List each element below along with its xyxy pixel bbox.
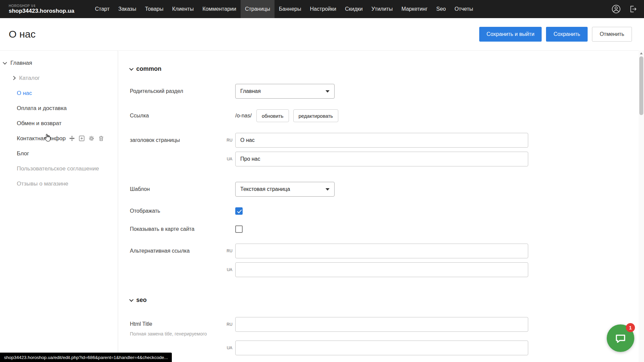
nav-item-start[interactable]: Старт (91, 0, 114, 18)
parent-section-select[interactable]: Главная (235, 84, 335, 99)
sidebar-item-oplata[interactable]: Оплата и доставка (0, 101, 118, 116)
section-title: common (136, 65, 161, 72)
nav-item-orders[interactable]: Заказы (114, 0, 140, 18)
form-row-link: Ссылка /o-nas/ обновить редактировать (130, 109, 639, 122)
sidebar-tree: Главная Каталог О нас Оплата и доставка … (0, 50, 118, 362)
chevron-down-icon (3, 60, 7, 65)
field-label: заголовок страницы (130, 137, 224, 143)
html-title-ua-input[interactable] (235, 341, 528, 355)
section-seo[interactable]: seo (130, 297, 639, 304)
logout-icon[interactable] (628, 4, 638, 14)
tree-label: О нас (17, 90, 32, 97)
main-content: common Родительский раздел Главная Ссылк… (118, 50, 639, 362)
select-value: Текстовая страница (240, 186, 290, 192)
chevron-down-icon (326, 90, 330, 93)
nav-item-reports[interactable]: Отчеты (450, 0, 477, 18)
link-path: /o-nas/ (235, 113, 252, 119)
brand-version: HOROSHOP V4 (9, 4, 91, 8)
sidebar-item-kontaktnaya[interactable]: Контактная инфор (0, 131, 118, 146)
alt-link-ua-input[interactable] (235, 262, 528, 277)
top-nav: Старт Заказы Товары Клиенты Комментарии … (91, 0, 478, 18)
tree-item-actions (69, 136, 104, 141)
sidebar-item-o-nas[interactable]: О нас (0, 86, 118, 101)
trash-icon[interactable] (98, 136, 104, 141)
chevron-down-icon (326, 188, 330, 191)
nav-item-discounts[interactable]: Скидки (341, 0, 367, 18)
section-common[interactable]: common (130, 65, 639, 72)
page-edit-form: common Родительский раздел Главная Ссылк… (118, 51, 639, 355)
chat-bubble-icon (614, 332, 627, 345)
edit-link-button[interactable]: редактировать (293, 109, 339, 122)
field-label: Html Title (130, 317, 224, 327)
lang-badge-ua: UA (224, 346, 235, 350)
lang-badge-ru: RU (224, 138, 235, 143)
sidebar-item-otzyvy[interactable]: Отзывы о магазине (0, 176, 118, 191)
tree-label: Обмен и возврат (17, 120, 61, 127)
brand[interactable]: HOROSHOP V4 shop34423.horoshop.ua (0, 0, 91, 18)
vertical-scrollbar[interactable] (639, 50, 644, 362)
tree-label: Отзывы о магазине (17, 180, 68, 187)
tree-label: Контактная инфор (17, 135, 66, 142)
header-buttons: Сохранить и выйти Сохранить Отменить (479, 27, 632, 42)
sidebar-item-glavnaya[interactable]: Главная (0, 55, 118, 70)
scroll-up-arrow-icon[interactable] (640, 52, 643, 54)
nav-item-clients[interactable]: Клиенты (168, 0, 198, 18)
gear-icon[interactable] (89, 136, 94, 141)
sidebar-item-polzovatelskoe[interactable]: Пользовательское соглашение (0, 161, 118, 176)
sidebar-item-obmen[interactable]: Обмен и возврат (0, 116, 118, 131)
field-label: Ссылка (130, 113, 235, 119)
form-row-html-title-ru: Html Title Полная замена title, генериру… (130, 317, 639, 337)
chat-unread-badge: 1 (626, 323, 635, 332)
nav-item-settings[interactable]: Настройки (305, 0, 340, 18)
form-row-template: Шаблон Текстовая страница (130, 182, 639, 197)
display-checkbox[interactable] (235, 207, 243, 215)
nav-item-banners[interactable]: Баннеры (275, 0, 305, 18)
chevron-down-icon (129, 298, 134, 302)
select-value: Главная (240, 88, 261, 94)
sidebar-item-blog[interactable]: Блог (0, 146, 118, 161)
tree-label: Блог (17, 150, 29, 157)
lang-badge-ru: RU (224, 249, 235, 253)
field-label: Шаблон (130, 186, 235, 192)
template-select[interactable]: Текстовая страница (235, 182, 335, 197)
user-icon[interactable] (611, 4, 621, 14)
refresh-link-button[interactable]: обновить (256, 109, 289, 122)
topbar-icons (611, 0, 644, 18)
topbar: HOROSHOP V4 shop34423.horoshop.ua Старт … (0, 0, 644, 18)
page-title-ru-input[interactable] (235, 133, 528, 148)
alt-link-ru-input[interactable] (235, 244, 528, 258)
nav-item-pages[interactable]: Страницы (241, 0, 275, 18)
lang-badge-ua: UA (224, 157, 235, 161)
field-label: Отображать (130, 208, 235, 214)
tree-label: Главная (10, 60, 32, 66)
lang-badge-ru: RU (224, 317, 235, 327)
nav-item-utilities[interactable]: Утилиты (367, 0, 397, 18)
field-label: Родительский раздел (130, 88, 235, 94)
add-icon[interactable] (79, 136, 85, 141)
lang-badge-ua: UA (224, 267, 235, 272)
drag-icon[interactable] (69, 136, 75, 141)
form-row-page-title-ua: UA (130, 152, 639, 166)
field-hint: Полная замена title, генерируемого (130, 331, 224, 337)
form-row-parent-section: Родительский раздел Главная (130, 84, 639, 99)
nav-item-marketing[interactable]: Маркетинг (397, 0, 432, 18)
form-row-html-title-ua: UA (130, 341, 639, 355)
sidebar-item-katalog[interactable]: Каталог (0, 70, 118, 86)
nav-item-comments[interactable]: Комментарии (198, 0, 241, 18)
nav-item-products[interactable]: Товары (141, 0, 168, 18)
field-label: Альтернативная ссылка (130, 248, 224, 254)
section-title: seo (136, 297, 147, 304)
chat-widget-button[interactable]: 1 (607, 324, 634, 352)
save-button[interactable]: Сохранить (546, 27, 588, 42)
save-exit-button[interactable]: Сохранить и выйти (479, 27, 542, 42)
cancel-button[interactable]: Отменить (592, 27, 632, 42)
field-label-block: Html Title Полная замена title, генериру… (130, 317, 224, 337)
scrollbar-thumb[interactable] (639, 56, 643, 115)
tree-label: Пользовательское соглашение (17, 165, 99, 172)
tree-label: Каталог (19, 75, 40, 82)
tree-label: Оплата и доставка (17, 105, 67, 112)
html-title-ru-input[interactable] (235, 317, 528, 332)
page-title-ua-input[interactable] (235, 152, 528, 166)
sitemap-checkbox[interactable] (235, 225, 243, 233)
nav-item-seo[interactable]: Seo (432, 0, 450, 18)
